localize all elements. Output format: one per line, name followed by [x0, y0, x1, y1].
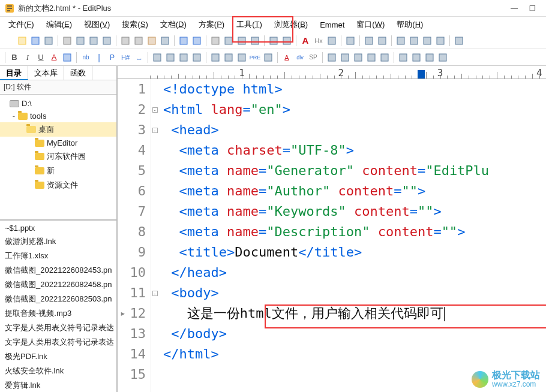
tb-open-icon[interactable] [17, 35, 28, 46]
tree-item[interactable]: -tools [0, 110, 116, 122]
directory-tree[interactable]: D:\-tools 桌面 MyEditor 河东软件园 新 资源文件 [0, 95, 116, 221]
tb-div-icon[interactable]: div [295, 52, 305, 63]
menu-V[interactable]: 视图(V) [78, 17, 116, 32]
tb-ul-icon[interactable] [210, 52, 221, 63]
tb-frame-icon[interactable] [424, 52, 435, 63]
tb-pre-icon[interactable]: PRE [250, 52, 260, 63]
code-line[interactable]: </body> [163, 324, 546, 344]
tb-left-icon[interactable] [152, 52, 163, 63]
file-list[interactable]: ~$1.pptx傲游浏览器.lnk工作簿1.xlsx微信截图_202212260… [0, 221, 116, 392]
code-line[interactable]: </html> [163, 344, 546, 364]
tb-del-icon[interactable] [160, 35, 170, 46]
menu-F[interactable]: 文件(F) [2, 17, 40, 32]
tb-bar-icon[interactable]: | [94, 52, 104, 63]
tb-I-icon[interactable]: I [22, 52, 33, 63]
menu-Emmet[interactable]: Emmet [314, 19, 350, 31]
tb-nb-icon[interactable]: nb [80, 52, 91, 63]
code-line[interactable]: <meta charset="UTF-8"> [163, 140, 546, 161]
tb-find-icon[interactable] [210, 35, 221, 46]
sidebar-tab-2[interactable]: 函数 [64, 66, 92, 80]
tb-spell2-icon[interactable] [364, 35, 374, 46]
tb-Hx-icon[interactable]: Hx [313, 35, 324, 46]
tb-note-icon[interactable] [366, 52, 377, 63]
sidebar-tab-0[interactable]: 目录 [0, 66, 28, 80]
menu-W[interactable]: 窗口(W) [350, 17, 391, 32]
tree-item[interactable]: 资源文件 [0, 178, 116, 192]
tb-paste-icon[interactable] [146, 35, 157, 46]
tb-obj-icon[interactable] [398, 52, 409, 63]
tree-item[interactable]: MyEditor [0, 137, 116, 149]
file-item[interactable]: 微信截图_20221226082503.pn [0, 292, 116, 306]
tb-spell-icon[interactable] [88, 35, 99, 46]
code-line[interactable]: </head> [163, 263, 546, 283]
menu-H[interactable]: 帮助(H) [391, 17, 429, 32]
tb-sp-icon[interactable]: SP [308, 52, 319, 63]
tb-undo-icon[interactable] [178, 35, 189, 46]
tb-sync-icon[interactable] [101, 35, 112, 46]
tb-saveall-icon[interactable] [43, 35, 54, 46]
restore-button[interactable]: ❐ [523, 2, 541, 14]
fold-marker[interactable]: - [151, 99, 158, 120]
tb-H#-icon[interactable]: H# [120, 52, 131, 63]
file-item[interactable]: 文字是人类用表义符号记录表达 [0, 321, 116, 335]
tb-B-icon[interactable]: B [9, 52, 20, 63]
tb-goto-icon[interactable] [250, 35, 260, 46]
tb-form-icon[interactable] [411, 52, 422, 63]
code-line[interactable]: <meta name="Keywords" content=""> [163, 201, 546, 222]
tb-print-icon[interactable] [62, 35, 73, 46]
file-item[interactable]: 爱剪辑.lnk [0, 378, 116, 392]
tb-table-icon[interactable] [379, 52, 390, 63]
code-line[interactable]: <meta name="Author" content=""> [163, 181, 546, 201]
tb-findtext-icon[interactable] [223, 35, 234, 46]
code-line[interactable]: <meta name="Description" content=""> [163, 222, 546, 242]
tb-right-icon[interactable] [178, 52, 189, 63]
tb-nbsp-icon[interactable]: ⎵ [133, 52, 144, 63]
file-item[interactable]: 傲游浏览器.lnk [0, 234, 116, 249]
menu-D[interactable]: 文档(D) [154, 17, 193, 32]
tb-run-icon[interactable] [437, 52, 448, 63]
tb-bigA-icon[interactable]: A [300, 35, 311, 46]
tb-copy-icon[interactable] [133, 35, 144, 46]
tb-preview-icon[interactable] [75, 35, 86, 46]
code-line[interactable]: <title>Document</title> [163, 242, 546, 263]
tb-P-icon[interactable]: P [107, 52, 118, 63]
tb-img-icon[interactable] [326, 52, 337, 63]
tb-center-icon[interactable] [165, 52, 176, 63]
tb-dl-icon[interactable] [236, 52, 247, 63]
code-content[interactable]: <!doctype html><html lang="en"> <head> <… [158, 79, 546, 392]
tb-view3-icon[interactable] [422, 35, 433, 46]
file-item[interactable]: 工作簿1.xlsx [0, 249, 116, 263]
code-line[interactable]: <html lang="en"> [163, 99, 546, 120]
sidebar-path[interactable]: [D:] 软件 [0, 80, 116, 95]
code-line[interactable]: <meta name="Generator" content="EditPlu [163, 161, 546, 181]
tb-view4-icon[interactable] [435, 35, 446, 46]
file-item[interactable]: 提取音频-视频.mp3 [0, 306, 116, 321]
file-item[interactable]: 微信截图_20221226082453.pn [0, 263, 116, 278]
menu-E[interactable]: 编辑(E) [40, 17, 78, 32]
file-item[interactable]: 极光PDF.lnk [0, 349, 116, 364]
code-line[interactable]: <head> [163, 120, 546, 140]
tb-outdent-icon[interactable] [281, 35, 292, 46]
tb-full-icon[interactable] [191, 52, 202, 63]
tb-A-icon[interactable]: A [49, 52, 59, 63]
file-item[interactable]: 微信截图_20221226082458.pn [0, 278, 116, 292]
file-item[interactable]: 火绒安全软件.lnk [0, 364, 116, 378]
tb-Aa-icon[interactable]: A [281, 52, 292, 63]
tb-link-icon[interactable] [340, 52, 350, 63]
menu-B[interactable]: 浏览器(B) [268, 17, 314, 32]
menu-S[interactable]: 搜索(S) [116, 17, 154, 32]
file-item[interactable]: 文字是人类用表义符号记录表达 [0, 335, 116, 349]
menu-P[interactable]: 方案(P) [193, 17, 230, 32]
tb-rect-icon[interactable] [326, 35, 337, 46]
tree-item[interactable]: 桌面 [0, 122, 116, 137]
sidebar-tab-1[interactable]: 文本库 [28, 66, 64, 80]
tb-view-icon[interactable] [395, 35, 406, 46]
tb-color-icon[interactable] [62, 52, 73, 63]
code-line[interactable]: <!doctype html> [163, 79, 546, 99]
tb-view2-icon[interactable] [409, 35, 419, 46]
tree-item[interactable]: 河东软件园 [0, 149, 116, 164]
tb-replace-icon[interactable] [236, 35, 247, 46]
tb-new-icon[interactable] [4, 35, 14, 46]
tree-item[interactable]: 新 [0, 164, 116, 178]
tb-ol-icon[interactable] [223, 52, 234, 63]
